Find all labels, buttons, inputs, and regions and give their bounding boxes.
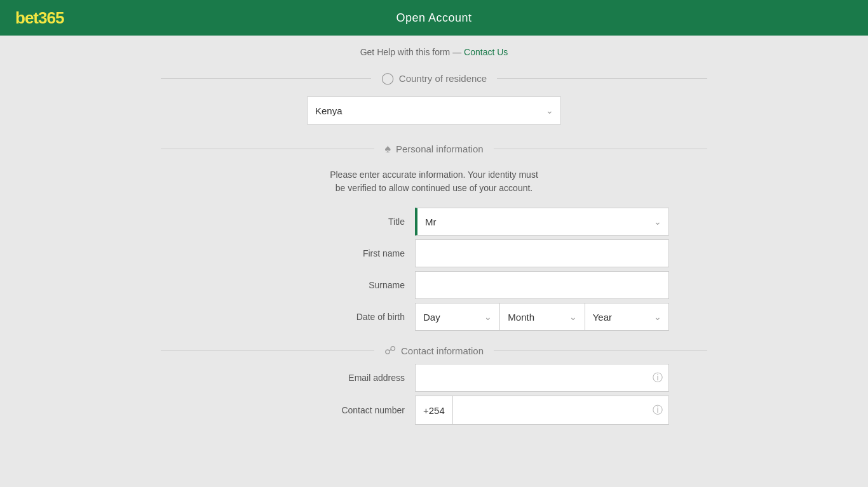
dob-year-wrap: Year ⌄: [585, 303, 669, 331]
title-select[interactable]: Mr Mrs Miss Ms Dr: [415, 208, 669, 236]
globe-icon: ◯: [381, 71, 394, 85]
surname-input[interactable]: [415, 271, 669, 299]
email-row: Email address ⓘ: [180, 364, 688, 392]
dob-year-select[interactable]: Year: [585, 303, 669, 331]
country-section-divider: ◯ Country of residence: [161, 71, 707, 85]
dob-day-select[interactable]: Day: [415, 303, 499, 331]
dob-input-area: Day ⌄ Month ⌄ Year ⌄: [415, 303, 669, 331]
dob-label: Date of birth: [180, 312, 415, 322]
title-label: Title: [180, 217, 415, 227]
main-content: Get Help with this form — Contact Us ◯ C…: [148, 36, 720, 441]
title-row: Title Mr Mrs Miss Ms Dr ⌄: [180, 208, 688, 236]
phone-row: Contact number +254 ⓘ: [180, 396, 688, 425]
email-input-area: ⓘ: [415, 364, 669, 392]
logo: bet365: [15, 8, 64, 28]
country-select[interactable]: Kenya Uganda Tanzania Nigeria: [307, 97, 561, 124]
personal-note-line2: be verified to allow continued use of yo…: [336, 183, 533, 193]
dob-month-wrap: Month ⌄: [499, 303, 584, 331]
header: bet365 Open Account: [0, 0, 868, 36]
phone-info-icon[interactable]: ⓘ: [653, 404, 663, 417]
dob-day-wrap: Day ⌄: [415, 303, 499, 331]
contact-us-link[interactable]: Contact Us: [464, 47, 508, 57]
personal-note-line1: Please enter accurate information. Your …: [330, 170, 538, 180]
firstname-label: First name: [180, 248, 415, 258]
email-label: Email address: [180, 373, 415, 383]
form-area: Kenya Uganda Tanzania Nigeria ⌄ ♠ Person…: [161, 91, 707, 441]
contact-section-label: Contact information: [401, 345, 484, 356]
contact-icon: ☍: [384, 344, 396, 357]
personal-section-label: Personal information: [396, 143, 484, 154]
title-select-wrap: Mr Mrs Miss Ms Dr ⌄: [415, 208, 669, 236]
page-title: Open Account: [396, 11, 471, 25]
dob-selects: Day ⌄ Month ⌄ Year ⌄: [415, 303, 669, 331]
phone-input-area: +254 ⓘ: [415, 396, 669, 425]
title-input-area: Mr Mrs Miss Ms Dr ⌄: [415, 208, 669, 236]
country-section-label: Country of residence: [399, 73, 487, 84]
firstname-input[interactable]: [415, 239, 669, 267]
phone-wrap: +254: [415, 396, 669, 425]
email-info-icon[interactable]: ⓘ: [653, 371, 663, 385]
surname-row: Surname: [180, 271, 688, 299]
firstname-input-area: [415, 239, 669, 267]
phone-prefix: +254: [416, 396, 453, 424]
email-input[interactable]: [415, 364, 669, 392]
surname-input-area: [415, 271, 669, 299]
logo-yellow: 365: [38, 8, 64, 27]
phone-outer-wrap: +254 ⓘ: [415, 396, 669, 425]
personal-note: Please enter accurate information. Your …: [330, 168, 538, 195]
dob-month-select[interactable]: Month: [499, 303, 584, 331]
help-text: Get Help with this form —: [360, 47, 462, 57]
country-select-container: Kenya Uganda Tanzania Nigeria ⌄: [307, 97, 561, 124]
logo-white: bet: [15, 8, 38, 27]
firstname-row: First name: [180, 239, 688, 267]
personal-section-divider: ♠ Personal information: [161, 142, 707, 156]
phone-input[interactable]: [453, 396, 668, 424]
person-icon: ♠: [384, 142, 391, 156]
phone-label: Contact number: [180, 405, 415, 415]
dob-row: Date of birth Day ⌄ Month ⌄: [180, 303, 688, 331]
email-input-wrap: ⓘ: [415, 364, 669, 392]
surname-label: Surname: [180, 280, 415, 290]
contact-section-divider: ☍ Contact information: [161, 344, 707, 357]
help-bar: Get Help with this form — Contact Us: [161, 36, 707, 65]
country-select-wrap: Kenya Uganda Tanzania Nigeria ⌄: [307, 97, 561, 124]
